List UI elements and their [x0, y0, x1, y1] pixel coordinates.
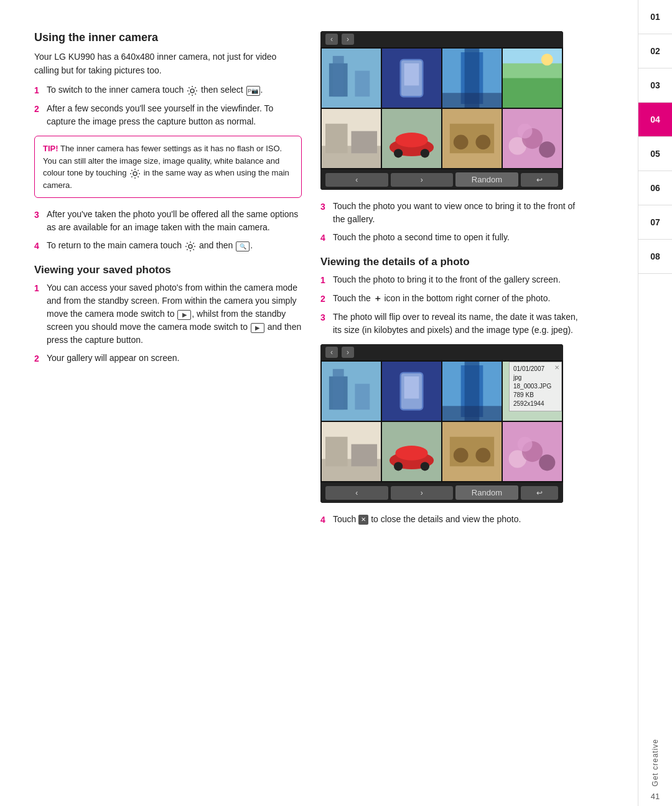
step-text: Touch the photo to bring it to the front… — [333, 273, 561, 286]
svg-point-55 — [394, 462, 403, 471]
photo-thumb-5[interactable] — [322, 109, 381, 168]
page-container: Using the inner camera Your LG KU990 has… — [0, 0, 672, 806]
chapter-03[interactable]: 03 — [638, 68, 672, 103]
main-content: Using the inner camera Your LG KU990 has… — [0, 0, 638, 806]
step-text: To switch to the inner camera touch then… — [47, 83, 263, 96]
get-creative-label: Get creative — [651, 729, 660, 787]
svg-point-24 — [395, 133, 427, 148]
step-number: 4 — [320, 513, 329, 527]
list-item: 3 After you've taken the photo you'll be… — [34, 208, 302, 234]
photo-thumb-s2-1[interactable] — [322, 362, 381, 421]
bottom-bar-2: ‹ › Random ↩ — [320, 482, 563, 503]
back-btn-1[interactable]: ↩ — [521, 173, 558, 187]
chapter-05[interactable]: 05 — [638, 137, 672, 171]
chapter-04[interactable]: 04 — [638, 103, 672, 137]
step-text: Touch the photo a second time to open it… — [333, 231, 510, 244]
photo-thumb-s2-7[interactable] — [442, 422, 502, 481]
overlay-type: jpg — [513, 373, 558, 382]
step-text: Touch the ＋ icon in the bottom right cor… — [333, 292, 550, 305]
gear-icon-tip — [129, 168, 141, 179]
list-item: 2 Your gallery will appear on screen. — [34, 352, 302, 365]
nav-left-1[interactable]: ‹ — [325, 34, 338, 45]
step-number: 3 — [34, 208, 43, 222]
right-column: ‹ › — [320, 31, 588, 775]
svg-point-17 — [541, 54, 553, 65]
bottom-right-btn-2[interactable]: › — [391, 486, 454, 500]
svg-rect-21 — [352, 131, 378, 154]
photo-thumb-s2-3[interactable] — [442, 362, 502, 421]
inner-camera-steps-1: 1 To switch to the inner camera touch th… — [34, 83, 302, 128]
bottom-left-btn-2[interactable]: ‹ — [325, 486, 388, 500]
svg-point-35 — [518, 124, 533, 139]
step-number: 4 — [320, 231, 329, 245]
photo-thumb-8[interactable] — [503, 109, 562, 168]
svg-rect-5 — [333, 56, 344, 96]
viewing-details-steps: 1 Touch the photo to bring it to the fro… — [320, 273, 588, 337]
svg-point-59 — [454, 448, 469, 463]
svg-point-54 — [395, 446, 427, 461]
bottom-right-btn-1[interactable]: › — [391, 173, 454, 187]
tip-text: The inner camera has fewer settings as i… — [43, 144, 289, 190]
svg-point-2 — [189, 245, 192, 248]
svg-rect-51 — [352, 444, 378, 467]
chapter-06[interactable]: 06 — [638, 171, 672, 205]
photo-thumb-s2-5[interactable] — [322, 422, 381, 481]
photo-thumb-4[interactable] — [503, 49, 562, 108]
step-text: Your gallery will appear on screen. — [47, 352, 180, 365]
chapter-02[interactable]: 02 — [638, 34, 672, 68]
tip-label: TIP! — [43, 144, 58, 153]
photo-thumb-3[interactable] — [442, 49, 502, 108]
chapter-01[interactable]: 01 — [638, 0, 672, 34]
close-overlay-btn[interactable]: ✕ — [554, 363, 559, 372]
overlay-size: 789 KB — [513, 391, 558, 400]
nav-right-1[interactable]: › — [342, 34, 354, 45]
gallery-steps-right: 3 Touch the photo you want to view once … — [320, 200, 588, 245]
step-number: 4 — [34, 239, 43, 253]
play-icon-2: ▶ — [251, 323, 264, 333]
photo-thumb-1[interactable] — [322, 49, 381, 108]
overlay-dimensions: 2592x1944 — [513, 400, 558, 408]
chapter-07[interactable]: 07 — [638, 205, 672, 240]
step-number: 3 — [320, 311, 329, 324]
bottom-left-btn-1[interactable]: ‹ — [325, 173, 388, 187]
step-text: After you've taken the photo you'll be o… — [47, 208, 302, 234]
step-number: 1 — [320, 273, 329, 287]
svg-point-60 — [475, 448, 490, 463]
photo-thumb-7[interactable] — [442, 109, 502, 168]
step-number: 3 — [320, 200, 329, 213]
random-btn-2[interactable]: Random — [455, 485, 518, 500]
svg-rect-39 — [355, 384, 370, 410]
back-btn-2[interactable]: ↩ — [521, 486, 558, 500]
photo-thumb-s2-2[interactable] — [382, 362, 441, 421]
svg-rect-38 — [333, 369, 344, 410]
svg-point-34 — [539, 141, 555, 157]
gallery-screen-1: ‹ › — [320, 31, 563, 190]
plus-icon: ＋ — [373, 293, 382, 303]
gallery-screen-2: ‹ › ✕ 01/01/2007 jpg 18_0003.JPG 789 KB … — [320, 344, 563, 503]
step-text: Touch the photo you want to view once to… — [333, 200, 588, 226]
step-text: After a few seconds you'll see yourself … — [47, 102, 302, 128]
viewing-saved-title: Viewing your saved photos — [34, 264, 302, 276]
chapter-08[interactable]: 08 — [638, 240, 672, 274]
photo-thumb-s2-6[interactable] — [382, 422, 441, 481]
right-sidebar: 01 02 03 04 05 06 07 08 Get creative 41 — [638, 0, 672, 806]
svg-point-65 — [518, 437, 533, 452]
inner-camera-steps-2: 3 After you've taken the photo you'll be… — [34, 208, 302, 253]
step-number: 2 — [320, 292, 329, 306]
nav-right-2[interactable]: › — [342, 347, 354, 358]
close-x-icon: ✕ — [358, 515, 368, 525]
photo-thumb-2[interactable] — [382, 49, 441, 108]
random-btn-1[interactable]: Random — [455, 172, 518, 187]
play-icon-1: ▶ — [177, 310, 191, 320]
svg-rect-9 — [404, 63, 419, 86]
svg-point-64 — [539, 454, 555, 471]
step-text: To return to the main camera touch and t… — [47, 239, 253, 252]
photo-thumb-6[interactable] — [382, 109, 441, 168]
step-text: You can access your saved photo's from w… — [47, 281, 302, 347]
svg-point-30 — [475, 135, 490, 150]
nav-left-2[interactable]: ‹ — [325, 347, 338, 358]
step-text: The photo will flip over to reveal its n… — [333, 311, 588, 337]
photo-thumb-s2-8[interactable] — [503, 422, 562, 481]
svg-point-25 — [394, 149, 403, 157]
camera-mode-icon: P📷 — [246, 86, 260, 96]
